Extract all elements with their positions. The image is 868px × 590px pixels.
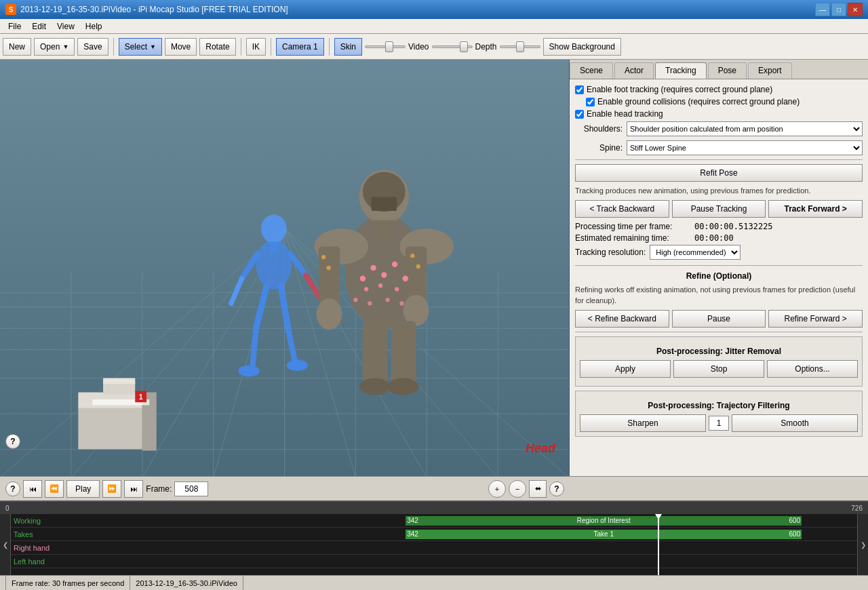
refit-pose-button[interactable]: Refit Pose (575, 164, 863, 182)
timeline-working-row: Working 342 Region of Interest 600 (11, 514, 857, 528)
refine-backward-button[interactable]: < Refine Backward (575, 310, 669, 328)
processing-time-value: 00:00:00.5132225 (694, 222, 773, 231)
zoom-out-button[interactable]: − (509, 480, 526, 498)
status-bar: Frame rate: 30 frames per second 2013-12… (0, 575, 868, 590)
rewind-button[interactable]: ⏪ (45, 480, 64, 498)
close-button[interactable]: ✕ (848, 3, 863, 16)
head-label: Head (526, 441, 555, 456)
track-backward-button[interactable]: < Track Backward (575, 200, 669, 218)
app-icon: S (5, 4, 16, 15)
shoulders-select[interactable]: Shoulder position calculated from arm po… (627, 121, 863, 136)
tabs-bar: Scene Actor Tracking Pose Export (570, 60, 868, 79)
menu-bar: File Edit View Help (0, 19, 868, 34)
viewport-help-button[interactable]: ? (5, 434, 20, 449)
rotate-button[interactable]: Rotate (199, 38, 235, 56)
take1-start-value: 342 (407, 530, 418, 538)
menu-help[interactable]: Help (80, 20, 108, 33)
help-button-right[interactable]: ? (549, 481, 564, 496)
ik-button[interactable]: IK (246, 38, 266, 56)
track-forward-button[interactable]: Track Forward > (768, 200, 863, 218)
file-name-segment: 2013-12-19_16-35-30.iPiVideo (130, 576, 243, 590)
svg-point-54 (381, 272, 387, 277)
sharpen-button[interactable]: Sharpen (580, 414, 706, 432)
play-button[interactable]: Play (66, 480, 100, 498)
help-button-left[interactable]: ? (5, 481, 20, 496)
refine-info: Refining works off existing animation, n… (575, 285, 863, 306)
timeline-ruler: 0 726 (0, 502, 868, 514)
go-to-end-button[interactable]: ⏭ (124, 480, 143, 498)
head-tracking-checkbox[interactable] (575, 110, 584, 119)
head-tracking-label: Enable head tracking (587, 109, 663, 119)
skin-button[interactable]: Skin (334, 38, 362, 56)
pause-tracking-button[interactable]: Pause Tracking (672, 200, 766, 218)
working-bar[interactable]: 342 Region of Interest 600 (406, 516, 802, 526)
shoulders-label: Shoulders: (575, 124, 623, 134)
select-button[interactable]: Select ▼ (119, 38, 162, 56)
select-dropdown-arrow: ▼ (150, 43, 156, 50)
foot-tracking-checkbox[interactable] (575, 85, 584, 94)
window-title: 2013-12-19_16-35-30.iPiVideo - iPi Mocap… (20, 5, 288, 14)
refine-header: Refine (Optional) (575, 271, 863, 281)
maximize-button[interactable]: □ (831, 3, 846, 16)
spine-select[interactable]: Stiff Lower Spine (627, 140, 863, 155)
timeline-rows: Working 342 Region of Interest 600 Takes… (11, 514, 857, 568)
tab-scene[interactable]: Scene (570, 62, 613, 79)
take1-end-value: 600 (789, 530, 801, 538)
tab-export[interactable]: Export (748, 62, 792, 79)
open-button[interactable]: Open ▼ (34, 38, 75, 56)
take1-bar[interactable]: 342 Take 1 600 (406, 530, 802, 539)
refit-row: Refit Pose (575, 164, 863, 182)
fit-button[interactable]: ⬌ (529, 480, 547, 498)
svg-point-56 (403, 276, 408, 281)
working-label: Working (11, 517, 65, 525)
trajectory-value-input[interactable] (709, 416, 729, 431)
separator-3 (271, 38, 271, 56)
camera-button[interactable]: Camera 1 (276, 38, 324, 56)
frame-input[interactable] (174, 481, 208, 496)
stop-button[interactable]: Stop (673, 360, 764, 378)
track-buttons-row: < Track Backward Pause Tracking Track Fo… (575, 200, 863, 218)
skin-slider[interactable] (365, 45, 406, 48)
timeline-nav-right[interactable]: ❯ (857, 514, 868, 575)
smooth-button[interactable]: Smooth (732, 414, 858, 432)
refine-forward-button[interactable]: Refine Forward > (768, 310, 863, 328)
move-button[interactable]: Move (165, 38, 197, 56)
go-to-start-button[interactable]: ⏮ (23, 480, 42, 498)
svg-rect-44 (319, 247, 340, 304)
options-button[interactable]: Options... (767, 360, 858, 378)
depth-slider[interactable] (500, 45, 540, 48)
menu-edit[interactable]: Edit (26, 20, 52, 33)
timeline-takes-row: Takes 342 Take 1 600 (11, 528, 857, 541)
svg-point-61 (368, 301, 372, 305)
tab-actor[interactable]: Actor (614, 62, 654, 79)
working-end-value: 600 (789, 517, 801, 524)
fast-forward-button[interactable]: ⏩ (102, 480, 121, 498)
svg-point-62 (385, 298, 389, 302)
show-background-button[interactable]: Show Background (543, 38, 621, 56)
apply-button[interactable]: Apply (580, 360, 671, 378)
video-slider[interactable] (432, 45, 473, 48)
right-panel: Scene Actor Tracking Pose Export Enable … (570, 60, 868, 476)
foot-tracking-row: Enable foot tracking (requires correct g… (575, 85, 863, 94)
remaining-time-row: Estimated remaining time: 00:00:00 (575, 233, 863, 243)
new-button[interactable]: New (3, 38, 31, 56)
tab-pose[interactable]: Pose (708, 62, 747, 79)
svg-point-58 (378, 283, 382, 288)
minimize-button[interactable]: — (815, 3, 830, 16)
menu-view[interactable]: View (52, 20, 80, 33)
ground-collisions-row: Enable ground collisions (requires corre… (586, 97, 863, 106)
resolution-select[interactable]: High (recommended) (650, 245, 741, 260)
tab-tracking[interactable]: Tracking (655, 62, 707, 79)
divider-3 (575, 332, 863, 332)
svg-text:1: 1 (139, 393, 143, 401)
zoom-in-button[interactable]: + (488, 480, 506, 498)
ground-collisions-checkbox[interactable] (586, 98, 595, 106)
trajectory-section: Post-processing: Trajectory Filtering Sh… (575, 391, 863, 437)
menu-file[interactable]: File (3, 20, 26, 33)
jitter-header: Post-processing: Jitter Removal (580, 347, 858, 356)
timeline-nav-left[interactable]: ❮ (0, 514, 11, 575)
resolution-label: Tracking resolution: (575, 248, 646, 257)
pause-button[interactable]: Pause (672, 310, 766, 328)
svg-rect-48 (363, 321, 388, 385)
save-button[interactable]: Save (77, 38, 108, 56)
